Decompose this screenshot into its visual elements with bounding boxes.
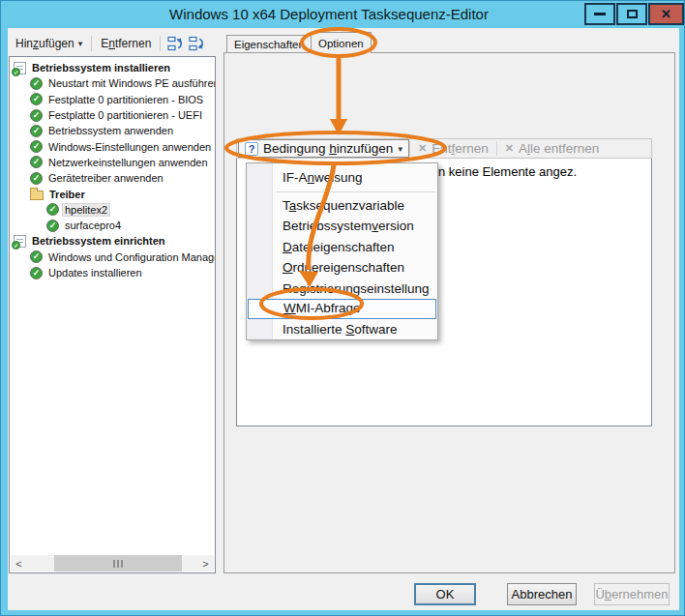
success-check-icon: ✓ — [46, 203, 59, 216]
chevron-down-icon: ▾ — [398, 144, 402, 154]
add-condition-button[interactable]: ? Bedingung hinzufügen ▾ — [238, 139, 409, 158]
success-check-icon: ✓ — [30, 267, 43, 279]
titlebar: Windows 10 x64 Deployment Tasksequenz-Ed… — [1, 1, 685, 28]
success-check-icon: ✓ — [30, 77, 43, 90]
menu-item-os-version[interactable]: Betriebssystemversion — [247, 216, 437, 237]
menu-item-task-sequence-variable[interactable]: Tasksequenzvariable — [247, 195, 437, 217]
remove-condition-button[interactable]: ✕ Entfernen — [410, 141, 496, 156]
minimize-icon — [594, 13, 606, 15]
remove-all-conditions-button[interactable]: ✕ Alle entfernen — [497, 141, 608, 156]
tree-item-folder[interactable]: Treiber — [10, 186, 215, 201]
x-icon: ✕ — [418, 142, 427, 155]
tree-item[interactable]: ✓ Gerätetreiber anwenden — [10, 170, 215, 186]
cancel-button[interactable]: Abbrechen — [507, 583, 577, 605]
scroll-right-button[interactable]: > — [197, 555, 214, 572]
success-check-icon: ✓ — [30, 250, 43, 263]
remove-step-button[interactable]: Entfernen — [96, 35, 156, 52]
close-button[interactable]: ✕ — [648, 3, 684, 25]
chevron-down-icon: ▾ — [78, 39, 83, 48]
close-icon: ✕ — [661, 7, 671, 21]
tree-item[interactable]: ✓ Updates installieren — [10, 265, 215, 280]
success-check-icon: ✓ — [30, 125, 43, 137]
tree-item[interactable]: ✓ Festplatte 0 partitionieren - UEFI — [10, 107, 215, 123]
maximize-icon — [627, 10, 638, 18]
tab-optionen[interactable]: Optionen — [311, 32, 372, 53]
maximize-button[interactable] — [616, 3, 647, 25]
scrollbar-thumb[interactable] — [54, 555, 182, 572]
tree-item[interactable]: ✓ Betriebssystem anwenden — [10, 123, 215, 138]
remove-condition-label: Entfernen — [432, 141, 489, 156]
tree-item-selected[interactable]: ✓ hpelitex2 — [10, 202, 215, 218]
group-icon: ✓ — [14, 62, 26, 74]
menu-item-installed-software[interactable]: Installierte Software — [247, 319, 437, 340]
folder-icon — [30, 191, 44, 200]
menu-item-wmi-query[interactable]: WMI-Abfrage — [248, 299, 436, 319]
add-step-button[interactable]: Hinzufügen ▾ — [11, 35, 87, 52]
ok-button[interactable]: OK — [414, 583, 476, 605]
task-sequence-tree: ✓ Betriebssystem installieren ✓ Neustart… — [9, 56, 216, 573]
group-icon: ✓ — [14, 235, 26, 248]
remove-all-conditions-label: Alle entfernen — [519, 141, 599, 156]
tree-toolbar: Hinzufügen ▾ Entfernen — [11, 33, 207, 54]
window-title: Windows 10 x64 Deployment Tasksequenz-Ed… — [78, 1, 580, 28]
minimize-button[interactable] — [584, 3, 615, 25]
menu-item-if-statement[interactable]: IF-Anweisung — [247, 167, 437, 189]
tree-item[interactable]: ✓ Festplatte 0 partitionieren - BIOS — [10, 92, 215, 107]
help-question-icon: ? — [245, 142, 258, 156]
menu-item-file-properties[interactable]: Dateieigenschaften — [247, 237, 437, 258]
add-condition-label: Bedingung hinzufügen — [263, 141, 393, 156]
move-up-icon — [166, 35, 184, 52]
toolbar-separator — [160, 36, 161, 51]
conditions-toolbar: ? Bedingung hinzufügen ▾ ✕ Entfernen ✕ A… — [236, 138, 652, 159]
tree-item[interactable]: ✓ Windows und Configuration Manage — [10, 249, 215, 265]
scroll-left-button[interactable]: < — [11, 555, 27, 572]
menu-separator — [276, 191, 435, 192]
tree-item[interactable]: ✓ Netzwerkeinstellungen anwenden — [10, 155, 215, 170]
move-down-icon — [188, 35, 205, 52]
tree-item[interactable]: ✓ Neustart mit Windows PE ausführen — [10, 75, 215, 91]
add-step-label: Hinzufügen — [15, 37, 74, 50]
success-check-icon: ✓ — [30, 172, 43, 185]
menu-item-registry-setting[interactable]: Registrierungseinstellung — [247, 279, 437, 300]
task-sequence-editor-window: Windows 10 x64 Deployment Tasksequenz-Ed… — [0, 0, 685, 616]
success-check-icon: ✓ — [30, 140, 43, 153]
menu-item-folder-properties[interactable]: Ordnereigenschaften — [247, 257, 437, 279]
tree-item[interactable]: ✓ Windows-Einstellungen anwenden — [10, 138, 215, 154]
horizontal-scrollbar[interactable]: < > — [11, 555, 214, 572]
success-check-icon: ✓ — [46, 220, 59, 232]
x-icon: ✕ — [505, 142, 514, 155]
move-down-button[interactable] — [187, 34, 206, 53]
tree-item-group[interactable]: ✓ Betriebssystem installieren — [10, 60, 215, 75]
toolbar-separator — [91, 36, 92, 51]
tab-eigenschaften[interactable]: Eigenschaften — [226, 35, 313, 53]
empty-list-text: n keine Elemente angez. — [438, 164, 577, 179]
add-condition-menu: IF-Anweisung Tasksequenzvariable Betrieb… — [246, 162, 438, 340]
tree-item[interactable]: ✓ surfacepro4 — [10, 218, 215, 233]
success-check-icon: ✓ — [30, 93, 43, 105]
success-check-icon: ✓ — [30, 109, 43, 122]
scrollbar-track[interactable] — [27, 555, 197, 572]
success-check-icon: ✓ — [30, 156, 43, 168]
move-up-button[interactable] — [165, 34, 185, 53]
apply-button[interactable]: Übernehmen — [594, 583, 670, 605]
remove-step-label: Entfernen — [101, 37, 151, 50]
tree-item-group[interactable]: ✓ Betriebssystem einrichten — [10, 233, 215, 249]
